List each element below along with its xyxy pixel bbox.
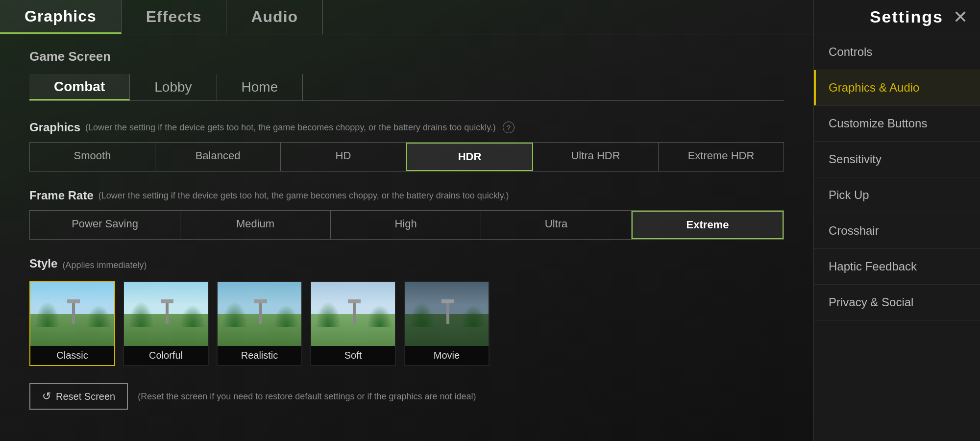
sidebar: Settings ✕ Controls Graphics & Audio Cus… [813, 0, 980, 441]
subtab-home[interactable]: Home [217, 74, 303, 100]
sidebar-nav: Controls Graphics & Audio Customize Butt… [814, 34, 980, 441]
sidebar-item-haptic-feedback[interactable]: Haptic Feedback [814, 249, 980, 285]
style-card-colorful-label: Colorful [124, 346, 208, 365]
tower-colorful [166, 299, 169, 324]
sidebar-item-customize-buttons[interactable]: Customize Buttons [814, 106, 980, 142]
sidebar-item-sensitivity[interactable]: Sensitivity [814, 142, 980, 177]
graphics-option-hdr[interactable]: HDR [406, 143, 533, 171]
graphics-setting-label: Graphics (Lower the setting if the devic… [29, 121, 784, 134]
reset-area: ↺ Reset Screen (Reset the screen if you … [29, 383, 784, 410]
style-card-movie-label: Movie [405, 346, 489, 365]
frame-rate-label-note: (Lower the setting if the device gets to… [98, 191, 509, 201]
graphics-option-smooth[interactable]: Smooth [30, 143, 155, 171]
frame-rate-label-main: Frame Rate [29, 189, 94, 202]
scene-movie [405, 282, 490, 346]
top-tab-bar: Graphics Effects Audio [0, 0, 813, 34]
style-card-classic-label: Classic [30, 346, 114, 365]
scene-soft [311, 282, 396, 346]
scene-classic [30, 282, 115, 346]
sidebar-header: Settings ✕ [814, 0, 980, 34]
frame-rate-setting-label: Frame Rate (Lower the setting if the dev… [29, 189, 784, 202]
graphics-option-hd[interactable]: HD [281, 143, 406, 171]
sidebar-title: Settings [870, 7, 943, 26]
style-card-classic[interactable]: Classic [29, 281, 115, 366]
graphics-label-note: (Lower the setting if the device gets to… [85, 122, 496, 133]
trees-left-colorful [128, 301, 154, 327]
style-card-movie-image [405, 282, 490, 346]
graphics-option-ultra-hdr[interactable]: Ultra HDR [533, 143, 659, 171]
subtab-combat[interactable]: Combat [29, 74, 130, 100]
scene-colorful [124, 282, 209, 346]
scene-realistic [218, 282, 302, 346]
graphics-setting-group: Graphics (Lower the setting if the devic… [29, 121, 784, 172]
frame-rate-extreme[interactable]: Extreme [632, 211, 784, 239]
style-card-soft[interactable]: Soft [310, 281, 396, 366]
frame-rate-setting-group: Frame Rate (Lower the setting if the dev… [29, 189, 784, 240]
style-label-main: Style [29, 257, 57, 270]
reset-icon: ↺ [42, 390, 51, 403]
trees-right-realistic [273, 305, 299, 327]
graphics-options: Smooth Balanced HD HDR Ultra HDR Extreme… [29, 142, 784, 172]
reset-note: (Reset the screen if you need to restore… [138, 392, 476, 402]
style-setting-label: Style (Applies immediately) [29, 257, 784, 273]
tab-audio[interactable]: Audio [226, 0, 323, 34]
style-card-classic-image [30, 282, 115, 346]
sidebar-item-graphics-audio[interactable]: Graphics & Audio [814, 70, 980, 106]
graphics-option-balanced[interactable]: Balanced [155, 143, 281, 171]
frame-rate-ultra[interactable]: Ultra [481, 211, 632, 239]
style-card-soft-label: Soft [311, 346, 395, 365]
style-card-realistic-image [218, 282, 302, 346]
frame-rate-high[interactable]: High [331, 211, 481, 239]
tower-classic [72, 299, 75, 324]
frame-rate-options: Power Saving Medium High Ultra Extreme [29, 210, 784, 240]
style-card-movie[interactable]: Movie [404, 281, 490, 366]
game-screen-title: Game Screen [29, 49, 784, 64]
graphics-label-main: Graphics [29, 121, 80, 134]
graphics-option-extreme-hdr[interactable]: Extreme HDR [659, 143, 784, 171]
content-area: Game Screen Combat Lobby Home Graphics (… [0, 34, 813, 441]
graphics-help-icon[interactable]: ? [503, 122, 514, 133]
reset-screen-button[interactable]: ↺ Reset Screen [29, 383, 128, 410]
trees-left-classic [35, 301, 61, 327]
style-cards: Classic Colorful [29, 281, 784, 366]
frame-rate-medium[interactable]: Medium [180, 211, 331, 239]
style-label-note: (Applies immediately) [62, 260, 147, 270]
sidebar-item-crosshair[interactable]: Crosshair [814, 213, 980, 249]
sidebar-item-pick-up[interactable]: Pick Up [814, 177, 980, 213]
sub-tab-bar: Combat Lobby Home [29, 74, 784, 101]
subtab-lobby[interactable]: Lobby [130, 74, 217, 100]
tab-effects[interactable]: Effects [122, 0, 227, 34]
main-panel: Graphics Effects Audio Game Screen Comba… [0, 0, 813, 441]
sidebar-item-controls[interactable]: Controls [814, 34, 980, 70]
close-button[interactable]: ✕ [953, 8, 968, 26]
style-card-colorful-image [124, 282, 209, 346]
sidebar-item-privacy-social[interactable]: Privacy & Social [814, 285, 980, 320]
tower-soft [353, 299, 356, 324]
style-card-realistic-label: Realistic [218, 346, 301, 365]
trees-right-movie [461, 305, 487, 327]
frame-rate-power-saving[interactable]: Power Saving [30, 211, 180, 239]
trees-right-colorful [180, 305, 206, 327]
trees-left-realistic [222, 301, 248, 327]
tab-graphics[interactable]: Graphics [0, 0, 122, 34]
style-card-soft-image [311, 282, 396, 346]
style-card-realistic[interactable]: Realistic [217, 281, 302, 366]
trees-left-movie [409, 301, 435, 327]
style-setting-group: Style (Applies immediately) [29, 257, 784, 366]
tower-realistic [259, 299, 262, 324]
reset-btn-label: Reset Screen [56, 391, 115, 402]
tower-movie [446, 299, 449, 324]
style-card-colorful[interactable]: Colorful [123, 281, 209, 366]
trees-right-soft [367, 305, 393, 327]
trees-left-soft [316, 301, 342, 327]
trees-right-classic [86, 305, 112, 327]
